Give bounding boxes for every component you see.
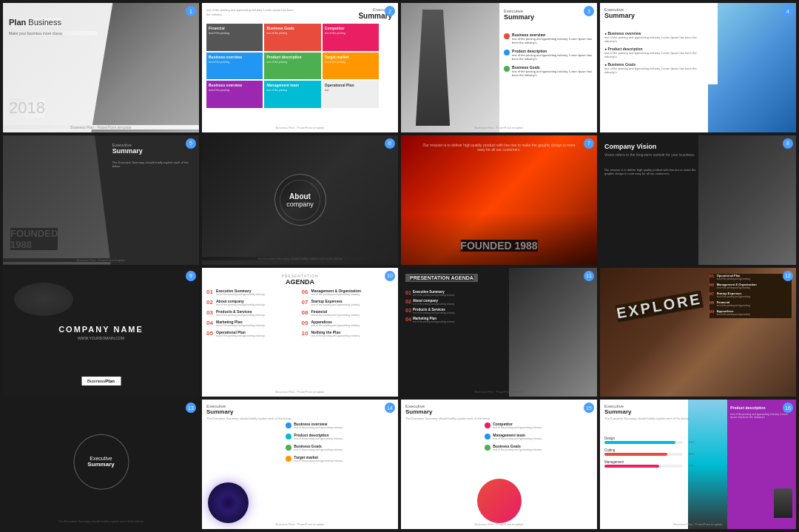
slide8-title: Company Vision <box>604 143 698 150</box>
slide15-footer: Business Plan - PowerPoint template <box>401 522 597 526</box>
slide-16[interactable]: Product description text of the printing… <box>600 400 796 529</box>
slide14-footer: Business Plan - PowerPoint template <box>202 522 398 526</box>
slide1-bg <box>91 3 199 132</box>
slide14-galaxy <box>208 482 249 523</box>
slide4-items: ● Business overview text of the printing… <box>604 31 707 78</box>
slide11-badge: 11 <box>584 271 594 281</box>
slide16-header: Executive Summary The Executive Summary … <box>604 404 690 420</box>
slide12-agenda: 01Operational Plantext of the printing a… <box>709 274 792 318</box>
slide-14[interactable]: Executive Summary The Executive Summary … <box>202 400 398 529</box>
slide1-subtitle: Make your business more classy <box>9 31 97 36</box>
slide10-cols: 01Executive Summarytext of the printing … <box>202 289 398 340</box>
slide1-badge: 1 <box>186 6 196 16</box>
slide13-summary: Summary <box>87 461 114 468</box>
slide6-circle-outer: About company <box>274 174 326 226</box>
slide8-bg <box>698 135 797 265</box>
slide-11[interactable]: PRESENTATION AGENDA 01Executive Summaryt… <box>401 268 597 397</box>
slide2-cell-overview: Business overviewtext of the printing <box>206 53 263 80</box>
slide14-items: Business overviewtext of the printing an… <box>286 422 394 466</box>
slide14-header: Executive Summary The Executive Summary … <box>206 404 291 420</box>
slide2-cell-mgmt: Management teamtext of the printing <box>264 81 320 108</box>
slide15-circle <box>477 479 522 523</box>
slide9-badge: 9 <box>186 271 196 281</box>
slide11-items: 01Executive Summarytext of the printing … <box>405 290 504 326</box>
slide5-badge: 5 <box>186 138 196 149</box>
slide6-company: company <box>286 201 314 208</box>
slide3-dot2 <box>504 50 510 55</box>
slide-9[interactable]: COMPANY NAME WWW.YOURDOMAIN.COM Business… <box>3 268 199 397</box>
slide6-about: About <box>289 192 311 201</box>
slide8-badge: 8 <box>783 138 793 149</box>
slide5-header: Executive Summary The Executive Summary … <box>112 143 195 168</box>
slide16-bars: Design 91% Coding 80% Management <box>604 437 683 472</box>
slide-4[interactable]: Executive Summary ● Business overview te… <box>600 3 796 132</box>
slide2-badge: 2 <box>385 6 395 16</box>
slide2-grid: Financialtext of the printing Business G… <box>206 24 379 108</box>
slide10-badge: 10 <box>385 271 395 281</box>
slide-12[interactable]: EXPLORE 01Operational Plantext of the pr… <box>600 268 796 397</box>
slide2-cell-business: Business overviewtext of the printing <box>206 81 263 108</box>
slide6-badge: 6 <box>385 138 395 149</box>
slide8-sub: Vision refers to the long-term outlook f… <box>604 152 698 157</box>
slide1-year: 2018 <box>9 98 45 118</box>
slide6-footer: The Executive Summary should briefly exp… <box>202 257 398 260</box>
slide-1[interactable]: Plan Business Make your business more cl… <box>3 3 199 132</box>
slide11-footer: Business Plan - PowerPoint template <box>401 390 597 394</box>
slide3-dot3 <box>504 66 510 72</box>
slides-grid: Plan Business Make your business more cl… <box>0 0 799 532</box>
slide1-footer: Business Plan - PowerPoint template <box>3 125 199 129</box>
slide15-header: Executive Summary The Executive Summary … <box>405 404 490 420</box>
slide-5[interactable]: FOUNDED1988 Executive Summary The Execut… <box>3 135 199 265</box>
slide3-person <box>416 10 450 126</box>
slide7-founded: FOUNDED 1988 <box>460 240 537 252</box>
slide10-col2: 06Management & Organizationtext of the p… <box>302 289 394 340</box>
slide2-footer: Business Plan - PowerPoint template <box>202 126 398 129</box>
slide2-cell-financial: Financialtext of the printing <box>206 24 263 51</box>
slide1-title: Plan Business <box>9 18 61 27</box>
slide13-circle-inner: Executive Summary <box>87 456 114 468</box>
slide2-cell-target: Target markettext of the printing <box>323 53 379 80</box>
slide4-bg <box>708 3 796 132</box>
slide9-bp-badge: BusinessPlan <box>81 377 121 385</box>
slide9-cloud <box>14 283 73 316</box>
slide11-header: PRESENTATION AGENDA <box>405 274 478 282</box>
slide16-footer: Business Plan - PowerPoint template <box>600 522 796 526</box>
slide3-photo <box>401 3 499 132</box>
slide4-header: Executive Summary <box>604 7 635 19</box>
slide3-footer: Business Plan - PowerPoint template <box>401 126 597 129</box>
slide3-header: Executive Summary <box>504 9 594 21</box>
slide13-exec: Executive <box>87 456 114 461</box>
slide-3[interactable]: Executive Summary Business overviewtext … <box>401 3 597 132</box>
slide13-circle: Executive Summary <box>73 434 129 489</box>
slide15-items: Competitortext of the printing and types… <box>485 422 593 455</box>
slide-6[interactable]: About company The Executive Summary shou… <box>202 135 398 265</box>
slide8-content: Company Vision Vision refers to the long… <box>604 143 698 176</box>
slide10-header: PRESENTATION AGENDA <box>202 268 398 286</box>
slide7-badge: 7 <box>584 138 594 149</box>
slide-10[interactable]: PRESENTATION AGENDA 01Executive Summaryt… <box>202 268 398 397</box>
slide10-col1: 01Executive Summarytext of the printing … <box>206 289 299 340</box>
slide5-founded: FOUNDED1988 <box>10 228 58 250</box>
slide-15[interactable]: Executive Summary The Executive Summary … <box>401 400 597 529</box>
slide2-cell-product: Product descriptiontext of the printing <box>264 53 320 80</box>
slide-2[interactable]: Executive Summary text of the printing a… <box>202 3 398 132</box>
slide2-cell-goals: Business Goalstext of the printing <box>264 24 320 51</box>
slide3-dot1 <box>504 33 510 39</box>
slide3-items: Business overviewtext of the printing an… <box>504 33 594 81</box>
slide8-text: Our mission is to deliver high quality p… <box>604 168 698 176</box>
slide6-circle-inner: About company <box>280 180 320 220</box>
slide9-company-name: COMPANY NAME WWW.YOURDOMAIN.COM <box>58 324 144 340</box>
slide10-footer: Business Plan - PowerPoint template <box>202 390 398 394</box>
slide13-footer: The Executive Summary should briefly exp… <box>3 519 199 523</box>
slide-8[interactable]: Company Vision Vision refers to the long… <box>600 135 796 265</box>
slide3-badge: 3 <box>584 6 594 16</box>
slide12-badge: 12 <box>783 271 793 281</box>
slide5-footer: Business Plan - PowerPoint template <box>3 258 199 262</box>
slide7-mission: Our mission is to deliver high quality p… <box>421 143 578 152</box>
slide11-photo <box>509 268 597 397</box>
slide-7[interactable]: Our mission is to deliver high quality p… <box>401 135 597 265</box>
slide4-badge: 4 <box>783 6 793 16</box>
slide16-right-panel: Product description text of the printing… <box>727 400 796 529</box>
slide2-cell-competitor: Competitortext of the printing <box>323 24 379 51</box>
slide-13[interactable]: Executive Summary The Executive Summary … <box>3 400 199 529</box>
